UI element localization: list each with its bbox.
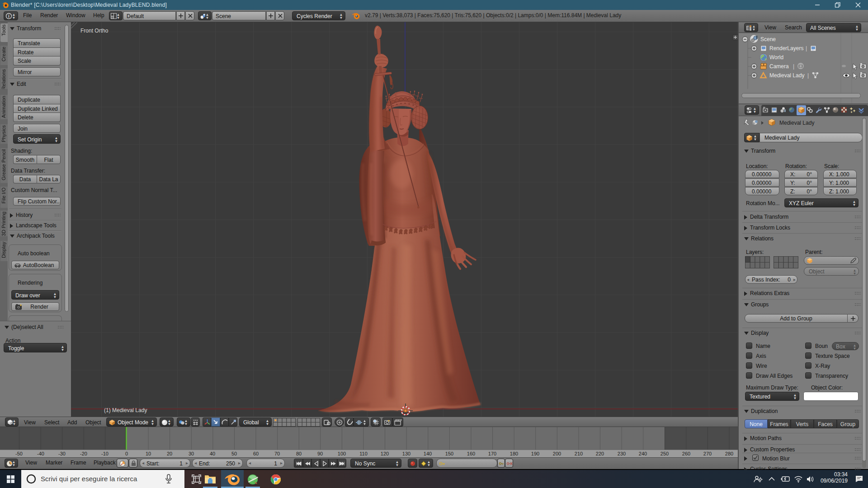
- svg-text:|: |: [807, 72, 809, 79]
- svg-text:Scene: Scene: [760, 36, 776, 42]
- svg-text:i: i: [8, 14, 9, 19]
- svg-text:Medieval Lady: Medieval Lady: [769, 72, 804, 79]
- svg-text:Medieval Lady: Medieval Lady: [779, 120, 814, 126]
- svg-text:Camera: Camera: [769, 63, 789, 70]
- svg-text:|: |: [793, 63, 794, 70]
- svg-text:World: World: [769, 54, 783, 61]
- svg-text:RenderLayers: RenderLayers: [769, 45, 803, 52]
- svg-text:|: |: [806, 45, 807, 52]
